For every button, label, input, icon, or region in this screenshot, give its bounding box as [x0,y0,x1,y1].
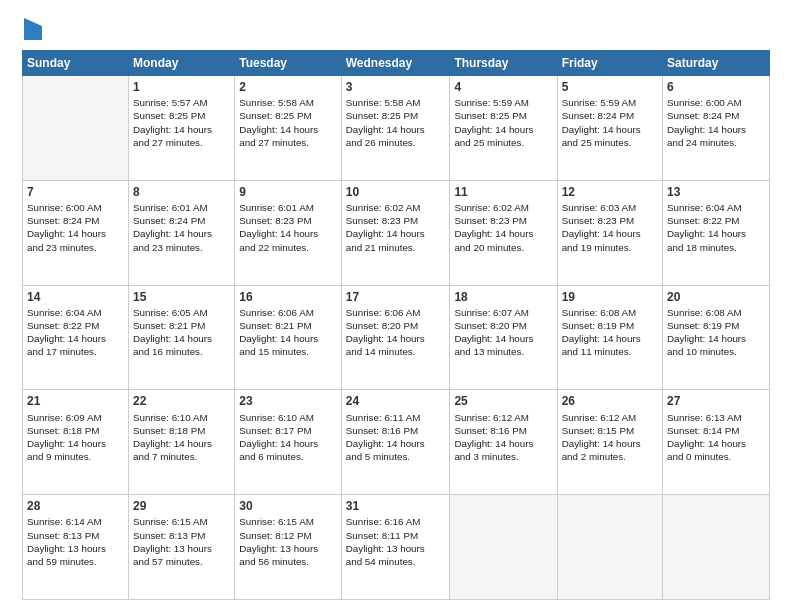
col-header-saturday: Saturday [663,51,770,76]
day-number: 30 [239,498,337,514]
day-info: Sunrise: 5:59 AM Sunset: 8:25 PM Dayligh… [454,96,552,149]
calendar-cell [557,495,662,600]
calendar-cell: 31Sunrise: 6:16 AM Sunset: 8:11 PM Dayli… [341,495,450,600]
calendar-cell: 3Sunrise: 5:58 AM Sunset: 8:25 PM Daylig… [341,76,450,181]
day-number: 23 [239,393,337,409]
day-info: Sunrise: 6:00 AM Sunset: 8:24 PM Dayligh… [667,96,765,149]
day-number: 6 [667,79,765,95]
day-info: Sunrise: 6:12 AM Sunset: 8:15 PM Dayligh… [562,411,658,464]
calendar-cell: 7Sunrise: 6:00 AM Sunset: 8:24 PM Daylig… [23,180,129,285]
day-number: 28 [27,498,124,514]
calendar-cell: 23Sunrise: 6:10 AM Sunset: 8:17 PM Dayli… [235,390,342,495]
day-info: Sunrise: 5:59 AM Sunset: 8:24 PM Dayligh… [562,96,658,149]
day-number: 16 [239,289,337,305]
day-info: Sunrise: 6:00 AM Sunset: 8:24 PM Dayligh… [27,201,124,254]
day-info: Sunrise: 6:07 AM Sunset: 8:20 PM Dayligh… [454,306,552,359]
day-info: Sunrise: 6:05 AM Sunset: 8:21 PM Dayligh… [133,306,230,359]
day-number: 13 [667,184,765,200]
calendar-cell: 2Sunrise: 5:58 AM Sunset: 8:25 PM Daylig… [235,76,342,181]
day-number: 8 [133,184,230,200]
calendar-cell: 21Sunrise: 6:09 AM Sunset: 8:18 PM Dayli… [23,390,129,495]
day-number: 11 [454,184,552,200]
calendar-cell: 19Sunrise: 6:08 AM Sunset: 8:19 PM Dayli… [557,285,662,390]
calendar-cell: 20Sunrise: 6:08 AM Sunset: 8:19 PM Dayli… [663,285,770,390]
calendar-cell: 5Sunrise: 5:59 AM Sunset: 8:24 PM Daylig… [557,76,662,181]
day-info: Sunrise: 6:08 AM Sunset: 8:19 PM Dayligh… [667,306,765,359]
day-info: Sunrise: 6:11 AM Sunset: 8:16 PM Dayligh… [346,411,446,464]
day-number: 21 [27,393,124,409]
day-info: Sunrise: 5:58 AM Sunset: 8:25 PM Dayligh… [239,96,337,149]
day-number: 24 [346,393,446,409]
calendar-cell: 9Sunrise: 6:01 AM Sunset: 8:23 PM Daylig… [235,180,342,285]
day-number: 4 [454,79,552,95]
day-info: Sunrise: 5:58 AM Sunset: 8:25 PM Dayligh… [346,96,446,149]
day-info: Sunrise: 6:03 AM Sunset: 8:23 PM Dayligh… [562,201,658,254]
calendar-cell: 25Sunrise: 6:12 AM Sunset: 8:16 PM Dayli… [450,390,557,495]
day-info: Sunrise: 6:15 AM Sunset: 8:12 PM Dayligh… [239,515,337,568]
day-info: Sunrise: 6:12 AM Sunset: 8:16 PM Dayligh… [454,411,552,464]
calendar-cell: 4Sunrise: 5:59 AM Sunset: 8:25 PM Daylig… [450,76,557,181]
day-number: 7 [27,184,124,200]
day-number: 17 [346,289,446,305]
day-info: Sunrise: 6:02 AM Sunset: 8:23 PM Dayligh… [346,201,446,254]
calendar-cell: 11Sunrise: 6:02 AM Sunset: 8:23 PM Dayli… [450,180,557,285]
col-header-monday: Monday [129,51,235,76]
day-number: 2 [239,79,337,95]
calendar-cell: 30Sunrise: 6:15 AM Sunset: 8:12 PM Dayli… [235,495,342,600]
day-number: 9 [239,184,337,200]
day-number: 18 [454,289,552,305]
day-info: Sunrise: 6:14 AM Sunset: 8:13 PM Dayligh… [27,515,124,568]
day-info: Sunrise: 6:09 AM Sunset: 8:18 PM Dayligh… [27,411,124,464]
col-header-tuesday: Tuesday [235,51,342,76]
day-number: 12 [562,184,658,200]
day-info: Sunrise: 5:57 AM Sunset: 8:25 PM Dayligh… [133,96,230,149]
day-number: 5 [562,79,658,95]
calendar-cell: 13Sunrise: 6:04 AM Sunset: 8:22 PM Dayli… [663,180,770,285]
calendar: SundayMondayTuesdayWednesdayThursdayFrid… [22,50,770,600]
col-header-wednesday: Wednesday [341,51,450,76]
day-number: 10 [346,184,446,200]
day-info: Sunrise: 6:16 AM Sunset: 8:11 PM Dayligh… [346,515,446,568]
day-number: 31 [346,498,446,514]
day-number: 27 [667,393,765,409]
calendar-cell: 12Sunrise: 6:03 AM Sunset: 8:23 PM Dayli… [557,180,662,285]
calendar-cell: 10Sunrise: 6:02 AM Sunset: 8:23 PM Dayli… [341,180,450,285]
col-header-sunday: Sunday [23,51,129,76]
calendar-cell: 22Sunrise: 6:10 AM Sunset: 8:18 PM Dayli… [129,390,235,495]
day-info: Sunrise: 6:13 AM Sunset: 8:14 PM Dayligh… [667,411,765,464]
day-info: Sunrise: 6:06 AM Sunset: 8:20 PM Dayligh… [346,306,446,359]
calendar-cell: 28Sunrise: 6:14 AM Sunset: 8:13 PM Dayli… [23,495,129,600]
day-number: 19 [562,289,658,305]
calendar-cell: 8Sunrise: 6:01 AM Sunset: 8:24 PM Daylig… [129,180,235,285]
day-number: 14 [27,289,124,305]
col-header-friday: Friday [557,51,662,76]
logo-icon [24,18,42,40]
header [22,18,770,40]
day-info: Sunrise: 6:15 AM Sunset: 8:13 PM Dayligh… [133,515,230,568]
day-info: Sunrise: 6:01 AM Sunset: 8:24 PM Dayligh… [133,201,230,254]
day-info: Sunrise: 6:06 AM Sunset: 8:21 PM Dayligh… [239,306,337,359]
day-info: Sunrise: 6:08 AM Sunset: 8:19 PM Dayligh… [562,306,658,359]
logo [22,18,42,40]
calendar-cell: 14Sunrise: 6:04 AM Sunset: 8:22 PM Dayli… [23,285,129,390]
day-info: Sunrise: 6:02 AM Sunset: 8:23 PM Dayligh… [454,201,552,254]
calendar-cell: 17Sunrise: 6:06 AM Sunset: 8:20 PM Dayli… [341,285,450,390]
calendar-cell: 6Sunrise: 6:00 AM Sunset: 8:24 PM Daylig… [663,76,770,181]
calendar-cell [23,76,129,181]
day-number: 1 [133,79,230,95]
day-info: Sunrise: 6:10 AM Sunset: 8:18 PM Dayligh… [133,411,230,464]
day-number: 20 [667,289,765,305]
day-info: Sunrise: 6:04 AM Sunset: 8:22 PM Dayligh… [667,201,765,254]
svg-marker-0 [24,18,42,40]
calendar-cell [450,495,557,600]
day-info: Sunrise: 6:01 AM Sunset: 8:23 PM Dayligh… [239,201,337,254]
day-number: 25 [454,393,552,409]
calendar-cell: 27Sunrise: 6:13 AM Sunset: 8:14 PM Dayli… [663,390,770,495]
calendar-cell: 16Sunrise: 6:06 AM Sunset: 8:21 PM Dayli… [235,285,342,390]
day-number: 29 [133,498,230,514]
calendar-cell: 24Sunrise: 6:11 AM Sunset: 8:16 PM Dayli… [341,390,450,495]
calendar-cell: 1Sunrise: 5:57 AM Sunset: 8:25 PM Daylig… [129,76,235,181]
day-number: 22 [133,393,230,409]
day-number: 26 [562,393,658,409]
day-number: 15 [133,289,230,305]
